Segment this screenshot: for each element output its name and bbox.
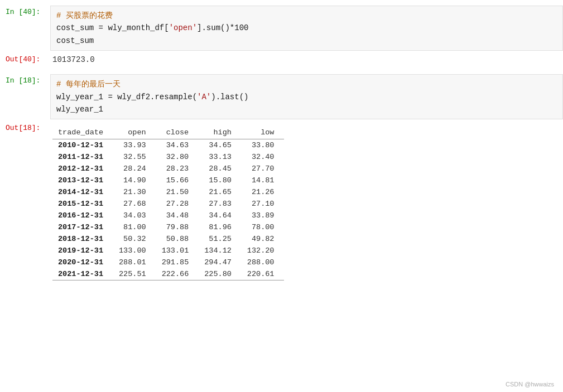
- output-label-40: Out[40]:: [0, 53, 50, 66]
- code-18-var-3: wly_year_1: [56, 105, 103, 114]
- comment-1: # 买股票的花费: [56, 11, 113, 20]
- table-row: 2012-12-3128.2428.2328.4527.70: [52, 163, 284, 175]
- col-header-open: open: [113, 126, 156, 139]
- watermark: CSDN @hwwaizs: [506, 381, 554, 388]
- cell-high: 294.47: [199, 257, 242, 268]
- cell-close: 79.88: [156, 221, 199, 233]
- cell-in-40: In [40]: # 买股票的花费 cost_sum = wly_month_d…: [0, 6, 563, 51]
- code-18-var-2: ).last(): [211, 93, 248, 101]
- code-line-1: # 买股票的花费: [56, 9, 557, 22]
- cell-date: 2011-12-31: [52, 151, 113, 163]
- cell-open: 133.00: [113, 245, 156, 257]
- cell-low: 288.00: [242, 257, 285, 268]
- cell-close: 291.85: [156, 257, 199, 268]
- cell-low: 49.82: [242, 233, 285, 245]
- cell-low: 78.00: [242, 221, 285, 233]
- cell-open: 225.51: [113, 268, 156, 280]
- cell-high: 134.12: [199, 245, 242, 257]
- output-value-40: 1013723.0: [50, 53, 563, 66]
- cell-low: 27.70: [242, 163, 285, 175]
- cell-date: 2017-12-31: [52, 221, 113, 233]
- cell-low: 27.10: [242, 198, 285, 210]
- cell-low: 33.89: [242, 210, 285, 221]
- cell-open: 33.93: [113, 139, 156, 152]
- cell-high: 81.96: [199, 221, 242, 233]
- cell-low: 33.80: [242, 139, 285, 152]
- cell-open: 21.30: [113, 186, 156, 198]
- cell-close: 15.66: [156, 175, 199, 186]
- cell-date: 2020-12-31: [52, 257, 113, 268]
- table-row: 2018-12-3150.3250.8851.2549.82: [52, 233, 284, 245]
- cell-label-in-18: In [18]:: [0, 74, 50, 87]
- table-row: 2017-12-3181.0079.8881.9678.00: [52, 221, 284, 233]
- code-var-2: ].sum()*100: [197, 23, 248, 32]
- col-header-index: trade_date: [52, 126, 113, 139]
- cell-high: 27.83: [199, 198, 242, 210]
- cell-close: 28.23: [156, 163, 199, 175]
- output-label-18: Out[18]:: [0, 122, 50, 134]
- col-header-close: close: [156, 126, 199, 139]
- cell-open: 34.03: [113, 210, 156, 221]
- cell-high: 33.13: [199, 151, 242, 163]
- cell-close: 133.01: [156, 245, 199, 257]
- table-header-row: trade_date open close high low: [52, 126, 284, 139]
- table-row: 2013-12-3114.9015.6615.8014.81: [52, 175, 284, 186]
- output-row-18: Out[18]: trade_date open close high low …: [0, 122, 563, 283]
- output-row-40: Out[40]: 1013723.0: [0, 53, 563, 66]
- cell-close: 34.63: [156, 139, 199, 152]
- cell-open: 27.68: [113, 198, 156, 210]
- table-row: 2020-12-31288.01291.85294.47288.00: [52, 257, 284, 268]
- cell-high: 21.65: [199, 186, 242, 198]
- code-line-2: cost_sum = wly_month_df['open'].sum()*10…: [56, 22, 557, 34]
- cell-open: 81.00: [113, 221, 156, 233]
- cell-close: 32.80: [156, 151, 199, 163]
- cell-close: 222.66: [156, 268, 199, 280]
- cell-code-40[interactable]: # 买股票的花费 cost_sum = wly_month_df['open']…: [50, 6, 563, 51]
- cell-open: 14.90: [113, 175, 156, 186]
- col-header-high: high: [199, 126, 242, 139]
- code-line-18-2: wly_year_1 = wly_df2.resample('A').last(…: [56, 91, 557, 103]
- cell-close: 27.28: [156, 198, 199, 210]
- cell-date: 2014-12-31: [52, 186, 113, 198]
- cell-date: 2012-12-31: [52, 163, 113, 175]
- table-row: 2011-12-3132.5532.8033.1332.40: [52, 151, 284, 163]
- cell-low: 14.81: [242, 175, 285, 186]
- table-row: 2021-12-31225.51222.66225.80220.61: [52, 268, 284, 280]
- code-18-string-1: 'A': [197, 93, 211, 101]
- cell-in-18: In [18]: # 每年的最后一天 wly_year_1 = wly_df2.…: [0, 74, 563, 119]
- cell-date: 2013-12-31: [52, 175, 113, 186]
- code-18-var-1: wly_year_1 = wly_df2.resample(: [56, 93, 197, 101]
- cell-high: 15.80: [199, 175, 242, 186]
- cell-low: 220.61: [242, 268, 285, 280]
- col-header-low: low: [242, 126, 285, 139]
- cell-high: 28.45: [199, 163, 242, 175]
- code-var-3: cost_sum: [56, 36, 94, 45]
- cell-high: 51.25: [199, 233, 242, 245]
- cell-low: 32.40: [242, 151, 285, 163]
- comment-18-1: # 每年的最后一天: [56, 80, 121, 89]
- cell-date: 2010-12-31: [52, 139, 113, 152]
- code-line-18-3: wly_year_1: [56, 103, 557, 115]
- cell-low: 132.20: [242, 245, 285, 257]
- cell-open: 32.55: [113, 151, 156, 163]
- cell-low: 21.26: [242, 186, 285, 198]
- cell-label-in-40: In [40]:: [0, 6, 50, 18]
- code-string-1: 'open': [169, 23, 197, 32]
- cell-code-18[interactable]: # 每年的最后一天 wly_year_1 = wly_df2.resample(…: [50, 74, 563, 119]
- cell-open: 28.24: [113, 163, 156, 175]
- cell-open: 288.01: [113, 257, 156, 268]
- cell-close: 34.48: [156, 210, 199, 221]
- cell-date: 2016-12-31: [52, 210, 113, 221]
- cell-open: 50.32: [113, 233, 156, 245]
- table-row: 2019-12-31133.00133.01134.12132.20: [52, 245, 284, 257]
- output-table-content: trade_date open close high low 2010-12-3…: [50, 122, 563, 283]
- out-40-value: 1013723.0: [52, 53, 95, 66]
- table-row: 2014-12-3121.3021.5021.6521.26: [52, 186, 284, 198]
- cell-date: 2019-12-31: [52, 245, 113, 257]
- code-line-3: cost_sum: [56, 35, 557, 47]
- data-table: trade_date open close high low 2010-12-3…: [52, 126, 284, 280]
- cell-date: 2021-12-31: [52, 268, 113, 280]
- table-row: 2016-12-3134.0334.4834.6433.89: [52, 210, 284, 221]
- table-row: 2015-12-3127.6827.2827.8327.10: [52, 198, 284, 210]
- table-row: 2010-12-3133.9334.6334.6533.80: [52, 139, 284, 152]
